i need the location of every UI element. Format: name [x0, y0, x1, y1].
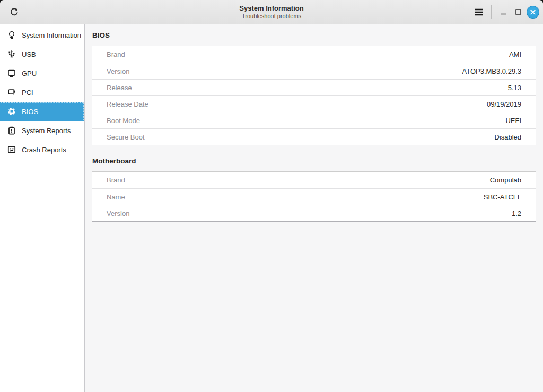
row-label: Boot Mode [107, 117, 140, 125]
maximize-button[interactable] [511, 5, 526, 20]
sidebar-item-crash-reports[interactable]: Crash Reports [0, 140, 84, 159]
titlebar-controls [469, 3, 543, 22]
app-window: System Information Troubleshoot problems [0, 0, 543, 392]
row-label: Release Date [107, 100, 148, 108]
row-value: Disabled [494, 133, 521, 141]
refresh-button[interactable] [4, 3, 23, 22]
sidebar-item-bios[interactable]: BIOS [0, 102, 84, 121]
row-label: Brand [107, 176, 125, 184]
table-row: Version ATOP3.MB3.0.29.3 [92, 63, 536, 79]
main-area: System Information USB GPU PCI BIOS Syst… [0, 24, 543, 392]
maximize-icon [515, 9, 521, 15]
window-subtitle: Troubleshoot problems [239, 13, 303, 20]
sidebar-item-label: GPU [22, 69, 37, 77]
table-row: Release 5.13 [92, 79, 536, 95]
minimize-icon [501, 9, 506, 15]
row-value: Compulab [490, 176, 521, 184]
row-label: Version [107, 210, 129, 217]
row-value: UEFI [505, 117, 521, 125]
lightbulb-icon [7, 30, 16, 40]
info-card: Brand Compulab Name SBC-ATCFL Version 1.… [92, 171, 536, 222]
menu-button[interactable] [469, 3, 488, 22]
titlebar-separator [491, 5, 492, 19]
row-label: Secure Boot [107, 133, 145, 141]
row-label: Version [107, 67, 129, 75]
row-label: Brand [107, 50, 125, 58]
refresh-icon [9, 7, 19, 17]
row-value: SBC-ATCFL [484, 193, 521, 201]
crash-face-icon [7, 145, 16, 154]
chip-icon [7, 107, 16, 116]
table-row: Brand AMI [92, 46, 536, 63]
table-row: Release Date 09/19/2019 [92, 95, 536, 112]
titlebar: System Information Troubleshoot problems [0, 0, 543, 24]
row-value: 1.2 [512, 210, 521, 217]
table-row: Name SBC-ATCFL [92, 188, 536, 205]
sidebar-item-label: PCI [22, 89, 33, 97]
monitor-icon [7, 68, 16, 78]
hamburger-menu-icon [474, 8, 483, 16]
sidebar-item-label: Crash Reports [22, 146, 66, 154]
sidebar-item-usb[interactable]: USB [0, 45, 84, 64]
sidebar-item-pci[interactable]: PCI [0, 83, 84, 102]
usb-icon [7, 49, 16, 59]
sidebar-item-label: USB [22, 50, 36, 58]
info-section: Motherboard Brand Compulab Name SBC-ATCF… [92, 157, 536, 222]
clipboard-alert-icon [7, 126, 16, 135]
row-value: AMI [509, 50, 521, 58]
sidebar-item-label: BIOS [22, 108, 38, 116]
sidebar-list: System Information USB GPU PCI BIOS Syst… [0, 24, 85, 392]
row-label: Release [107, 84, 132, 92]
row-value: 09/19/2019 [487, 100, 521, 108]
sidebar-item-gpu[interactable]: GPU [0, 64, 84, 83]
sidebar-item-system-information[interactable]: System Information [0, 25, 84, 45]
row-label: Name [107, 193, 125, 201]
row-value: ATOP3.MB3.0.29.3 [462, 67, 521, 75]
minimize-button[interactable] [496, 5, 511, 20]
titlebar-title-block: System Information Troubleshoot problems [239, 4, 303, 20]
info-section: BIOS Brand AMI Version ATOP3.MB3.0.29.3 … [92, 31, 536, 145]
window-title: System Information [239, 4, 303, 13]
pci-card-icon [7, 88, 16, 97]
section-heading: Motherboard [92, 157, 536, 165]
row-value: 5.13 [508, 84, 521, 92]
table-row: Version 1.2 [92, 205, 536, 221]
sidebar-item-label: System Information [22, 31, 81, 39]
content: BIOS Brand AMI Version ATOP3.MB3.0.29.3 … [85, 24, 543, 392]
sidebar-item-system-reports[interactable]: System Reports [0, 121, 84, 140]
table-row: Secure Boot Disabled [92, 128, 536, 145]
sidebar-item-label: System Reports [22, 127, 71, 135]
close-icon [530, 9, 536, 15]
table-row: Brand Compulab [92, 172, 536, 188]
table-row: Boot Mode UEFI [92, 112, 536, 128]
screen: System Information Troubleshoot problems [0, 0, 543, 392]
close-button[interactable] [527, 6, 539, 19]
info-card: Brand AMI Version ATOP3.MB3.0.29.3 Relea… [92, 46, 536, 145]
section-heading: BIOS [92, 31, 536, 39]
